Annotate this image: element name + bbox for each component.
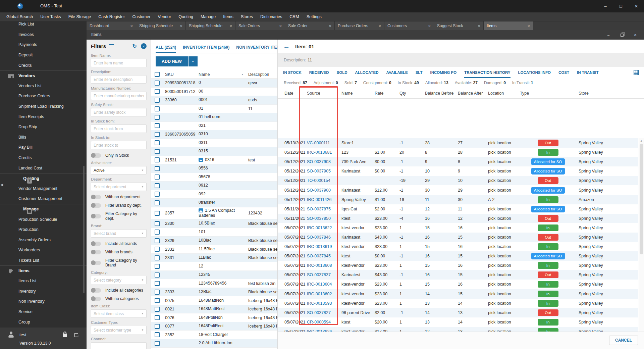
close-button[interactable]: ✕ [629, 0, 644, 12]
item-row[interactable]: 00761648PoliNonIceberg 16x48 F [151, 313, 277, 322]
detail-tab-transaction-history[interactable]: TRANSACTION HISTORY [464, 67, 510, 78]
menu-item-file-storage[interactable]: File Storage [65, 12, 95, 21]
maximize-button[interactable]: □ [613, 0, 629, 12]
row-checkbox[interactable] [155, 255, 160, 260]
txn-col-rate[interactable]: Rate [373, 91, 398, 96]
filter-select-item-class[interactable]: Select item class▼ [91, 309, 147, 318]
item-row[interactable]: 0311 [151, 139, 277, 148]
transaction-row[interactable]: 05/07/2021SO-0037845ktest$0.00-11615pick… [278, 251, 638, 261]
doc-tab-sale-order[interactable]: Sale Order× [285, 21, 335, 30]
txn-source-link[interactable]: CR-0000594 [306, 320, 340, 325]
scrollbar-thumb[interactable] [640, 144, 643, 254]
item-row[interactable]: 2.0 Ah Lithium-Ion [151, 339, 277, 348]
txn-source-link[interactable]: SO-0037875 [306, 207, 340, 211]
sidebar-collapse-icon[interactable]: ◀ [0, 183, 3, 187]
minimize-button[interactable]: – [598, 0, 613, 12]
doc-tab-suggest-stock[interactable]: Suggest Stock× [434, 21, 484, 30]
item-row[interactable]: 233010.5BlacBlack blouse se [151, 219, 277, 228]
sidebar-item-items[interactable]: Items [0, 265, 87, 276]
transaction-row[interactable]: 05/13/2021VC-0000111Store1-12827pick loc… [278, 138, 638, 148]
row-checkbox[interactable] [155, 324, 160, 329]
menu-item-dictionaries[interactable]: Dictionaries [257, 12, 286, 21]
transaction-row[interactable]: 05/11/2021SO-0037875Iqos Cat$2.00-11211p… [278, 204, 638, 214]
row-checkbox[interactable] [155, 98, 160, 103]
sidebar-item-production[interactable]: Production [0, 225, 87, 235]
txn-col-balance-after[interactable]: Balance After [457, 91, 487, 96]
item-row[interactable]: 092 [151, 190, 277, 199]
sidebar-item-vendor-management[interactable]: Vendor Management [0, 184, 87, 194]
row-checkbox[interactable] [155, 247, 160, 252]
item-row[interactable]: 00211648MattRectIceberg 16x48 F [151, 305, 277, 314]
sidebar-item-credits[interactable]: Credits [0, 60, 87, 70]
item-row[interactable]: 23571.5 Ah Compact Batteries123432 [151, 207, 277, 219]
sidebar-item-tickets-list[interactable]: Tickets List [0, 255, 87, 266]
transaction-row[interactable]: 05/07/2021IRC-0013622ktest-vendor$23.001… [278, 223, 638, 233]
transaction-row[interactable]: 05/12/2021SO-0037908739 Park Ave$0.00-19… [278, 157, 638, 166]
row-checkbox[interactable] [155, 106, 160, 111]
item-row[interactable]: 333600001asds [151, 96, 277, 105]
txn-col-type[interactable]: Type [519, 91, 577, 96]
sidebar-item-landed-cost[interactable]: Landed Cost [0, 163, 87, 173]
item-row[interactable]: 05678 [151, 173, 277, 182]
item-row[interactable]: 00771648PoliRectIceberg 16x48 F [151, 322, 277, 331]
row-checkbox[interactable] [155, 272, 160, 278]
item-row[interactable]: 123456789456test liablish zin [151, 279, 277, 288]
toggle-switch-filter-category-by-dept[interactable] [91, 214, 101, 218]
menu-item-quoting[interactable]: Quoting [175, 12, 197, 21]
row-checkbox[interactable] [155, 81, 160, 86]
txn-col-date[interactable]: Date [283, 91, 306, 96]
menu-item-stores[interactable]: Stores [237, 12, 257, 21]
filter-select-department[interactable]: Select department▼ [91, 183, 147, 191]
row-checkbox[interactable] [155, 132, 160, 137]
txn-source-link[interactable]: IRC-0013681 [306, 150, 340, 155]
tab-close-icon[interactable]: × [130, 23, 133, 29]
txn-source-link[interactable]: SO-0037905 [306, 169, 340, 173]
doc-tab-sale-orders[interactable]: Sale Orders× [235, 21, 285, 30]
filter-input-item-name[interactable] [91, 59, 147, 67]
refresh-icon[interactable]: ↻ [132, 43, 137, 49]
toggle-switch-with-no-department[interactable] [91, 195, 101, 199]
txn-source-link[interactable]: TO-0000154 [306, 178, 340, 183]
detail-tab-in-transit[interactable]: IN TRANSIT [577, 67, 599, 78]
item-row[interactable]: 215310316test [151, 156, 277, 165]
sidebar-item-non-inventory[interactable]: Non Inventory [0, 296, 87, 307]
sidebar-item-pay-bill[interactable]: Pay Bill [0, 142, 87, 153]
export-grid-icon[interactable] [634, 70, 639, 75]
filter-select-category[interactable]: Select category▼ [91, 276, 147, 284]
item-row[interactable]: 12 [151, 262, 277, 271]
txn-source-link[interactable]: IRC-0013622 [306, 226, 340, 230]
transaction-row[interactable]: 05/07/2021SO-0037837Karinatest$43.00-116… [278, 270, 638, 280]
row-checkbox[interactable] [155, 149, 160, 154]
detail-tab-allocated[interactable]: ALLOCATED [355, 67, 379, 78]
item-row[interactable]: 0315 [151, 147, 277, 156]
filter-select-brand[interactable]: Select brand▼ [91, 229, 147, 238]
txn-source-link[interactable]: IRC-0011426 [306, 197, 340, 202]
detail-tab-slt[interactable]: SLT [416, 67, 423, 78]
filter-input-safety-stock[interactable] [91, 108, 147, 116]
filter-input-description[interactable] [91, 75, 147, 84]
filter-input-channel[interactable] [91, 342, 147, 349]
lock-icon[interactable] [63, 334, 67, 337]
tab-close-icon[interactable]: × [478, 23, 480, 29]
txn-source-link[interactable]: VC-0000111 [306, 141, 340, 145]
filter-input-in-stock-to[interactable] [91, 141, 147, 149]
row-checkbox[interactable] [155, 238, 160, 243]
logout-icon[interactable] [74, 333, 78, 337]
sidebar-item-workorders[interactable]: Workorders [0, 245, 87, 255]
txn-col-balance-before[interactable]: Balance Before [424, 91, 457, 96]
txn-source-link[interactable]: IRC-0013602 [306, 292, 340, 296]
filter-select-active-state[interactable]: Active▼ [91, 166, 147, 174]
row-checkbox[interactable] [155, 341, 160, 346]
sidebar-item-inventory[interactable]: Inventory [0, 286, 87, 296]
sidebar-item-payments[interactable]: Payments [0, 40, 87, 50]
doc-tab-dashboard[interactable]: Dashboard× [87, 21, 136, 30]
transaction-row[interactable]: 05/12/2021SO-0037900Karinatest$12.00-130… [278, 185, 638, 195]
inner-close-button[interactable]: ✕ [629, 30, 642, 40]
txn-col-qty[interactable]: Qty [398, 91, 424, 96]
row-checkbox[interactable] [155, 140, 160, 145]
menu-item-manage[interactable]: Manage [197, 12, 219, 21]
transaction-row[interactable]: 05/12/2021SO-0037905Karinatest$0.00-1109… [278, 166, 638, 176]
sidebar-item-service[interactable]: Service [0, 307, 87, 317]
transaction-row[interactable]: 05/07/2021IRC-0013593ktest-vendor$23.001… [278, 299, 638, 308]
transaction-row[interactable]: 05/07/2021IRC-0013619ktest-vendor$23.001… [278, 242, 638, 251]
